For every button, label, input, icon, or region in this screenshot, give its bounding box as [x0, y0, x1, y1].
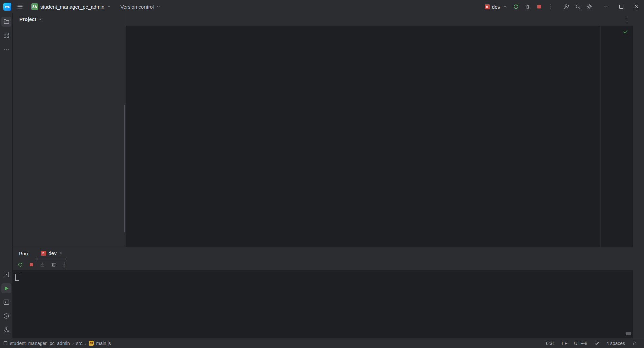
more-actions-icon[interactable]: ⋮ [545, 1, 556, 12]
editor-tab-bar: ⋮ [126, 13, 633, 26]
services-icon[interactable] [1, 269, 11, 280]
maximize-button[interactable] [614, 0, 629, 13]
problems-icon[interactable] [1, 311, 11, 321]
minimize-button[interactable] [599, 0, 614, 13]
project-widget[interactable]: SA student_manager_pc_admin [28, 2, 115, 12]
chevron-down-icon [156, 4, 161, 9]
npm-icon: n [41, 251, 46, 256]
version-control-menu[interactable]: Version control [117, 2, 164, 11]
breadcrumb-project[interactable]: student_manager_pc_admin [10, 341, 70, 346]
js-file-icon: JS [89, 341, 94, 346]
scrollbar-thumb[interactable] [626, 332, 631, 335]
left-tool-strip: ⋯ [0, 13, 13, 338]
structure-icon[interactable] [1, 30, 11, 40]
indent-config[interactable]: 4 spaces [603, 341, 629, 346]
run-tab-label: dev [49, 250, 57, 256]
project-name: student_manager_pc_admin [40, 4, 104, 10]
run-panel-title: Run [19, 251, 28, 256]
version-control-icon[interactable] [1, 325, 11, 335]
terminal-cursor [15, 274, 19, 281]
run-icon[interactable] [1, 283, 11, 293]
project-icon[interactable] [1, 17, 11, 27]
chevron-down-icon [107, 4, 111, 9]
close-button[interactable] [629, 0, 644, 13]
stop-button[interactable] [533, 1, 545, 12]
run-config-name: dev [492, 4, 500, 10]
module-icon [3, 341, 8, 345]
title-bar: WS SA student_manager_pc_admin Version c… [0, 0, 644, 13]
main-menu-icon[interactable] [14, 1, 26, 12]
window-controls [599, 0, 644, 13]
more-tools-icon[interactable]: ⋯ [1, 44, 11, 54]
stop-icon[interactable] [27, 260, 36, 269]
npm-icon: n [485, 4, 490, 9]
chevron-down-icon [503, 4, 507, 9]
more-options-icon[interactable]: ⋮ [60, 260, 69, 269]
ide-logo[interactable]: WS [3, 3, 11, 11]
run-config-selector[interactable]: n dev [482, 2, 510, 11]
code-with-me-icon[interactable] [561, 1, 572, 12]
tab-options-icon[interactable]: ⋮ [621, 13, 633, 26]
inspections-ok-icon[interactable] [622, 29, 629, 36]
breadcrumb-folder[interactable]: src [76, 341, 83, 346]
terminal-icon[interactable] [1, 297, 11, 307]
version-control-label: Version control [120, 4, 154, 10]
run-toolbar: ⋮ [13, 259, 633, 270]
readonly-toggle-icon[interactable] [591, 341, 603, 346]
lock-icon[interactable] [629, 341, 641, 346]
status-bar: student_manager_pc_admin › src › JS main… [0, 338, 644, 348]
scroll-to-end-icon[interactable] [38, 260, 47, 269]
run-console[interactable] [13, 270, 633, 338]
breadcrumb-separator: › [72, 341, 74, 346]
clear-console-icon[interactable] [49, 260, 58, 269]
search-icon[interactable] [572, 1, 584, 12]
project-tool-window: Project [13, 13, 126, 247]
rerun-button[interactable] [510, 1, 522, 12]
run-tab-dev[interactable]: n dev × [37, 247, 66, 259]
hard-wrap-guide [600, 26, 601, 247]
rerun-icon[interactable] [15, 260, 25, 269]
file-encoding[interactable]: UTF-8 [571, 341, 591, 346]
editor-area: ⋮ [126, 13, 633, 247]
line-separator[interactable]: LF [558, 341, 571, 346]
chevron-down-icon[interactable] [38, 17, 43, 22]
project-panel-title[interactable]: Project [19, 16, 36, 22]
close-icon[interactable]: × [59, 250, 62, 256]
scrollbar-thumb[interactable] [124, 105, 125, 232]
breadcrumb-file[interactable]: main.js [96, 341, 111, 346]
code-editor[interactable] [126, 26, 633, 247]
breadcrumb-separator: › [85, 341, 87, 346]
settings-icon[interactable] [584, 1, 595, 12]
project-avatar: SA [31, 3, 38, 10]
debug-icon[interactable] [522, 1, 533, 12]
run-tool-window: Run n dev × ⋮ [13, 247, 633, 338]
caret-position[interactable]: 6:31 [543, 341, 558, 346]
